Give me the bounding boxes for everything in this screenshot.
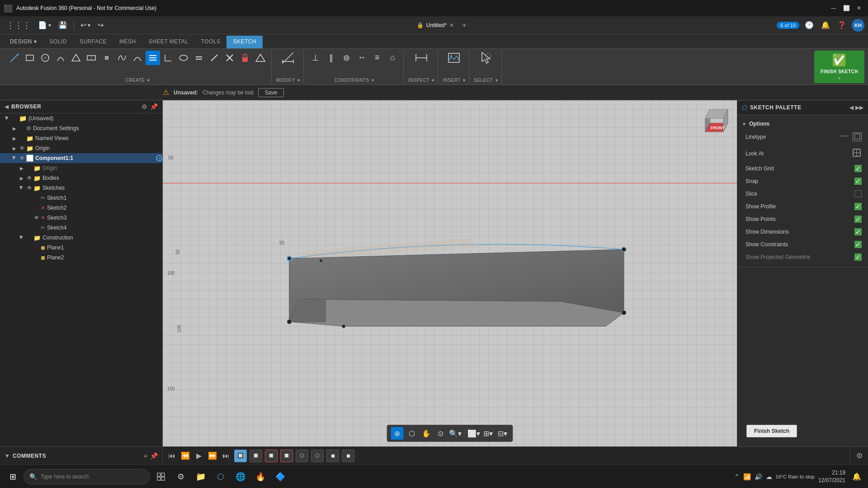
timeline-item-3[interactable]: 🔲: [265, 450, 278, 462]
maximize-btn[interactable]: ⬜: [841, 3, 852, 14]
network-icon[interactable]: 📶: [743, 473, 751, 480]
taskbar-time-date[interactable]: 21:19 12/07/2021: [818, 469, 845, 484]
palette-finish-sketch-btn[interactable]: Finish Sketch: [746, 425, 797, 437]
redo-btn[interactable]: ↪: [95, 19, 106, 31]
tab-surface[interactable]: SURFACE: [73, 36, 113, 48]
view-cube[interactable]: FRONT: [696, 105, 732, 141]
timeline-item-6[interactable]: ⬡: [311, 450, 324, 462]
tab-solid[interactable]: SOLID: [43, 36, 73, 48]
tree-item-sketches[interactable]: ▶ 👁 📁 Sketches: [0, 183, 162, 193]
hatch-tool[interactable]: [146, 51, 160, 65]
dimension-tool[interactable]: [281, 51, 295, 65]
create-dropdown[interactable]: ▾: [147, 78, 150, 83]
linetype-square-btn[interactable]: [853, 132, 862, 141]
timeline-play-btn[interactable]: ▶: [193, 450, 204, 461]
vp-tool-2[interactable]: ⬡: [406, 427, 418, 440]
clock-btn[interactable]: 🕐: [803, 19, 816, 32]
show-dimensions-checkbox[interactable]: ✓: [854, 228, 862, 235]
tutorial-counter[interactable]: 6 of 10: [777, 22, 799, 29]
undo-btn[interactable]: ↩▾: [78, 19, 93, 31]
system-tray-expand[interactable]: ⌃: [734, 473, 740, 480]
new-tab-icon[interactable]: +: [462, 21, 466, 29]
app2-taskbar-btn[interactable]: 🔥: [251, 468, 269, 486]
viewport[interactable]: 50 100 150 50 100 50: [163, 100, 737, 446]
close-file-icon[interactable]: ✕: [449, 22, 454, 28]
comments-add-btn[interactable]: +: [144, 452, 147, 460]
vp-tool-4[interactable]: ⊙: [434, 427, 447, 440]
palette-right-arrow[interactable]: ▶▶: [855, 104, 863, 111]
select-cursor-tool[interactable]: [478, 51, 493, 65]
tree-item-sketch1[interactable]: ▶ ✏ Sketch1: [0, 193, 162, 203]
browser-options-btn[interactable]: ⚙: [142, 103, 147, 110]
timeline-item-4[interactable]: 🔲: [280, 450, 293, 462]
app1-taskbar-btn[interactable]: ⬡: [212, 468, 230, 486]
constraint-tool-1[interactable]: ⊥: [308, 51, 323, 65]
linetype-btn[interactable]: [840, 131, 849, 142]
show-points-checkbox[interactable]: ✓: [854, 216, 862, 223]
tab-sketch[interactable]: SKETCH: [226, 36, 263, 48]
point-tool[interactable]: [99, 51, 114, 65]
tab-mesh[interactable]: MESH: [113, 36, 142, 48]
tree-item-origin-child[interactable]: ▶ 📁 Origin: [0, 163, 162, 173]
taskview-btn[interactable]: [152, 468, 170, 486]
show-profile-checkbox[interactable]: ✓: [854, 203, 862, 210]
polygon-tool[interactable]: [69, 51, 83, 65]
spline-tool[interactable]: [115, 51, 129, 65]
arc-tool[interactable]: [53, 51, 68, 65]
palette-left-arrow[interactable]: ◀: [849, 104, 854, 111]
modify-dropdown[interactable]: ▾: [297, 78, 300, 83]
insert-image-tool[interactable]: [447, 51, 461, 65]
browser-pin-btn[interactable]: 📌: [150, 103, 158, 110]
constraint-tool-3[interactable]: ⊚: [339, 51, 354, 65]
taskbar-search[interactable]: 🔍 Type here to search: [24, 469, 150, 484]
notification-btn[interactable]: 🔔: [849, 468, 864, 486]
timeline-item-5[interactable]: ⬡: [296, 450, 308, 462]
lookat-btn[interactable]: [852, 148, 862, 160]
tree-item-unsaved[interactable]: ▶ 📁 (Unsaved): [0, 113, 162, 123]
tab-sheet-metal[interactable]: SHEET METAL: [142, 36, 195, 48]
timeline-prev-btn[interactable]: ⏪: [180, 450, 191, 461]
rectangle-tool[interactable]: [23, 51, 37, 65]
conic-tool[interactable]: [130, 51, 145, 65]
sketch-grid-checkbox[interactable]: ✓: [854, 165, 862, 172]
tree-item-construction[interactable]: ▶ 📁 Construction: [0, 233, 162, 243]
slash-tool[interactable]: [207, 51, 222, 65]
show-projected-checkbox[interactable]: ✓: [854, 253, 862, 261]
vp-tool-3[interactable]: ✋: [420, 427, 433, 440]
weather-text[interactable]: 16°C Rain to stop: [776, 474, 815, 479]
chrome-taskbar-btn[interactable]: 🌐: [231, 468, 250, 486]
close-btn[interactable]: ✕: [854, 3, 864, 14]
tree-item-bodies[interactable]: ▶ 👁 📁 Bodies: [0, 173, 162, 183]
apps-btn[interactable]: ⋮⋮⋮: [4, 19, 33, 32]
cloud-icon[interactable]: ☁: [766, 473, 772, 480]
tab-tools[interactable]: TOOLS: [194, 36, 226, 48]
timeline-item-8[interactable]: ◼: [342, 450, 354, 462]
timeline-start-btn[interactable]: ⏮: [166, 450, 177, 461]
settings-taskbar-btn[interactable]: ⚙: [172, 468, 190, 486]
user-avatar[interactable]: KH: [852, 19, 864, 32]
sidebar-collapse-btn[interactable]: ◀: [5, 103, 9, 110]
rect2-tool[interactable]: [84, 51, 99, 65]
volume-icon[interactable]: 🔊: [755, 473, 762, 480]
equals-tool[interactable]: [192, 51, 206, 65]
tree-item-plane2[interactable]: ▶ ◼ Plane2: [0, 253, 162, 263]
vp-display-btn[interactable]: ⬜▾: [467, 427, 480, 440]
circle-tool[interactable]: [38, 51, 52, 65]
timeline-item-1[interactable]: 🔲: [234, 450, 247, 462]
app3-taskbar-btn[interactable]: 🔷: [271, 468, 289, 486]
tree-item-namedviews[interactable]: ▶ 📁 Named Views: [0, 133, 162, 143]
explorer-taskbar-btn[interactable]: 📁: [192, 468, 210, 486]
timeline-item-7[interactable]: ◼: [326, 450, 339, 462]
comments-pin-btn[interactable]: 📌: [150, 452, 158, 460]
inspect-tool[interactable]: [414, 51, 429, 65]
start-btn[interactable]: ⊞: [4, 468, 22, 486]
timeline-end-btn[interactable]: ⏭: [221, 450, 231, 461]
constraint-tool-5[interactable]: ≡: [370, 51, 384, 65]
minimize-btn[interactable]: —: [828, 3, 839, 14]
tree-item-sketch4[interactable]: ▶ ✏ Sketch4: [0, 223, 162, 233]
snap-checkbox[interactable]: ✓: [854, 178, 862, 185]
slice-checkbox[interactable]: [854, 190, 862, 197]
select-dropdown[interactable]: ▾: [495, 78, 498, 83]
file-title-text[interactable]: Untitled*: [426, 22, 447, 28]
tree-item-component1[interactable]: ▶ 👁 Component1:1 ⊕: [0, 153, 162, 163]
